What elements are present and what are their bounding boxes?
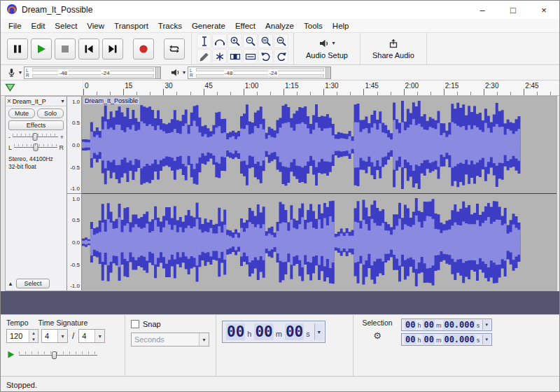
record-button[interactable] xyxy=(133,38,154,59)
effects-button[interactable]: Effects xyxy=(8,120,64,130)
minimize-button[interactable]: – xyxy=(467,1,498,19)
time-format-dropdown[interactable]: ▾ xyxy=(314,323,323,340)
waveform-right-channel[interactable] xyxy=(82,193,556,290)
speaker-icon[interactable] xyxy=(170,67,181,78)
zoom-fit-button[interactable] xyxy=(274,34,288,48)
zoom-out-icon xyxy=(245,36,256,47)
selection-format-dropdown[interactable]: ▾ xyxy=(482,335,490,344)
silence-audio-button[interactable] xyxy=(243,49,258,64)
share-audio-button[interactable]: Share Audio xyxy=(365,33,421,64)
menu-bar: FileEditSelectViewTransportTracksGenerat… xyxy=(1,19,559,33)
menu-view[interactable]: View xyxy=(82,20,109,31)
menu-tools[interactable]: Tools xyxy=(299,20,328,31)
skip-to-end-button[interactable] xyxy=(102,38,123,59)
selection-format-dropdown[interactable]: ▾ xyxy=(482,320,490,330)
multi-tool-button[interactable] xyxy=(212,49,227,64)
pause-button[interactable] xyxy=(7,38,28,59)
play-pin-icon[interactable] xyxy=(5,83,15,93)
play-speed-thumb[interactable] xyxy=(52,351,57,359)
collapse-track-button[interactable]: ▲ xyxy=(8,281,13,287)
menu-edit[interactable]: Edit xyxy=(27,20,50,31)
gain-slider[interactable]: - + xyxy=(8,133,64,141)
tempo-spinner-arrows[interactable]: ▲▼ xyxy=(29,330,38,342)
chevron-down-icon[interactable]: ▾ xyxy=(94,330,104,342)
zoom-out-button[interactable] xyxy=(243,34,258,48)
timeline-tick-2:45: 2:45 xyxy=(525,82,538,90)
waveform-left-channel[interactable]: Dream_It_Possible xyxy=(82,97,556,193)
menu-file[interactable]: File xyxy=(4,20,27,31)
loop-icon xyxy=(168,43,181,55)
draw-tool-button[interactable] xyxy=(197,49,211,64)
waveform-display[interactable]: Dream_It_Possible xyxy=(82,97,556,290)
menu-effect[interactable]: Effect xyxy=(230,20,260,31)
menu-generate[interactable]: Generate xyxy=(187,20,230,31)
stop-button[interactable] xyxy=(55,38,76,59)
playback-meter-scale: -48 -24 xyxy=(195,67,326,78)
track-menu-arrow[interactable]: ▼ xyxy=(60,99,65,104)
speaker-icon xyxy=(318,38,330,49)
redo-button[interactable] xyxy=(274,49,288,64)
close-button[interactable]: × xyxy=(528,1,559,19)
time-display[interactable]: 00h 00m 00s ▾ xyxy=(222,321,326,343)
menu-tracks[interactable]: Tracks xyxy=(153,20,187,31)
zoom-in-button[interactable] xyxy=(227,34,242,48)
skip-start-icon xyxy=(83,43,95,55)
solo-button[interactable]: Solo xyxy=(37,108,64,118)
play-speed-slider[interactable] xyxy=(19,351,97,359)
play-button[interactable] xyxy=(31,38,52,59)
snap-mode-dropdown[interactable]: Seconds▾ xyxy=(131,332,209,346)
gain-slider-thumb[interactable] xyxy=(33,133,38,141)
select-button[interactable]: Select xyxy=(16,279,50,288)
selection-tool-button[interactable] xyxy=(197,34,211,48)
undo-button[interactable] xyxy=(258,49,273,64)
chevron-down-icon[interactable]: ▾ xyxy=(19,70,22,76)
skip-to-start-button[interactable] xyxy=(78,38,99,59)
scale-label: -0.5 xyxy=(70,164,80,170)
gain-min-label: - xyxy=(8,134,10,141)
chevron-down-icon[interactable]: ▾ xyxy=(57,330,67,342)
snap-checkbox[interactable] xyxy=(131,320,139,328)
chevron-down-icon[interactable]: ▾ xyxy=(199,333,209,346)
envelope-tool-button[interactable] xyxy=(212,34,227,48)
chevron-down-icon[interactable]: ▾ xyxy=(183,70,186,76)
stop-icon xyxy=(59,43,71,55)
tempo-spinbox[interactable]: 120 ▲▼ xyxy=(6,329,38,343)
loop-button[interactable] xyxy=(164,38,185,59)
audio-setup-button[interactable]: ▾ Audio Setup xyxy=(299,33,355,64)
time-seconds[interactable]: 00 xyxy=(285,323,304,340)
time-signature-lower-dropdown[interactable]: 4▾ xyxy=(78,329,105,343)
selection-end-field[interactable]: 00h 00m 00.000s ▾ xyxy=(401,333,492,346)
asterisk-icon xyxy=(214,51,225,62)
selection-settings-gear-icon[interactable]: ⚙ xyxy=(373,331,382,340)
menu-help[interactable]: Help xyxy=(328,20,354,31)
track-close-button[interactable]: × xyxy=(7,97,11,105)
pan-slider-thumb[interactable] xyxy=(33,144,38,151)
timeline-ruler[interactable]: 01530451:001:151:301:452:002:152:302:45 xyxy=(83,80,559,95)
recording-meter[interactable]: LR -48 -24 xyxy=(24,66,161,79)
mute-button[interactable]: Mute xyxy=(8,108,35,118)
timeline-tick-2:30: 2:30 xyxy=(485,82,498,90)
main-toolbar: ▾ Audio Setup Share Audio xyxy=(1,33,559,65)
play-at-speed-button[interactable] xyxy=(6,350,15,359)
microphone-icon[interactable] xyxy=(6,67,17,78)
meter-resize-grip[interactable] xyxy=(155,67,160,78)
vertical-ruler[interactable]: 1.00.50.0-0.5-1.0 1.00.50.0-0.5-1.0 xyxy=(67,97,82,290)
vertical-ruler-left[interactable]: 1.00.50.0-0.5-1.0 xyxy=(67,97,81,194)
trim-audio-button[interactable] xyxy=(227,49,242,64)
vertical-ruler-right[interactable]: 1.00.50.0-0.5-1.0 xyxy=(67,194,81,290)
selection-start-field[interactable]: 00h 00m 00.000s ▾ xyxy=(401,318,492,331)
meter-resize-grip[interactable] xyxy=(326,67,330,78)
playback-meter-channels: LR xyxy=(188,67,195,78)
maximize-button[interactable]: □ xyxy=(498,1,528,19)
playback-meter[interactable]: LR -48 -24 xyxy=(188,66,331,79)
menu-analyze[interactable]: Analyze xyxy=(260,20,299,31)
pan-slider[interactable]: L R xyxy=(8,144,64,151)
audio-setup-toolbar: ▾ Audio Setup xyxy=(294,33,360,64)
zoom-selection-button[interactable] xyxy=(258,34,273,48)
time-minutes[interactable]: 00 xyxy=(254,323,273,340)
time-hours[interactable]: 00 xyxy=(226,323,245,340)
track-name[interactable]: Dream_It_P xyxy=(13,98,59,105)
time-signature-upper-dropdown[interactable]: 4▾ xyxy=(41,329,68,343)
menu-select[interactable]: Select xyxy=(50,20,82,31)
menu-transport[interactable]: Transport xyxy=(109,20,153,31)
